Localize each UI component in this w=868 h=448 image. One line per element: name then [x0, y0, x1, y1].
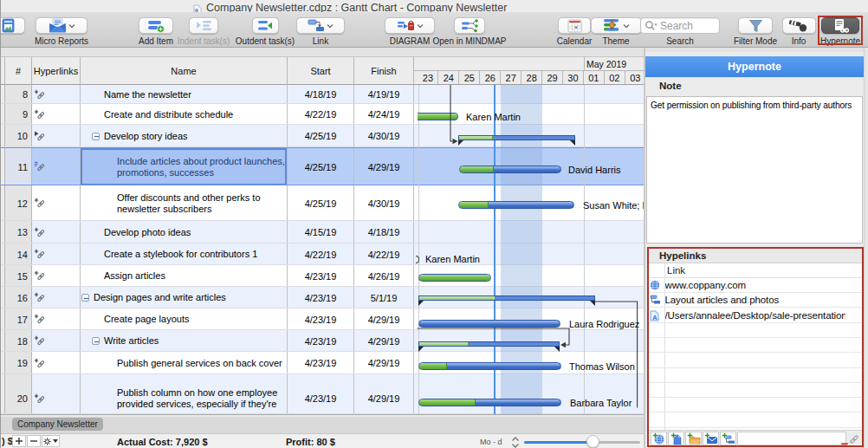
table-row-20[interactable]: 20Publish column on how one employeeprov… [1, 374, 644, 414]
finish-date-cell[interactable]: 4/29/19 [354, 374, 414, 414]
hyperlink-cell[interactable] [32, 330, 81, 352]
table-row-16[interactable]: 16Design pages and write articles4/23/19… [1, 287, 644, 308]
hyperlink-cell[interactable] [32, 352, 81, 374]
start-date-cell[interactable]: 4/18/19 [288, 85, 354, 104]
add-mail-link-button[interactable] [703, 432, 719, 445]
finish-date-cell[interactable]: 4/24/19 [354, 104, 414, 125]
add-folder-link-button[interactable] [685, 432, 702, 445]
table-row-15[interactable]: 15Assign articles4/23/194/26/19 [1, 265, 644, 287]
finish-date-cell[interactable]: 4/29/19 [354, 352, 414, 374]
table-row-17[interactable]: 17Create page layouts4/23/194/29/19 [1, 308, 644, 330]
start-date-cell[interactable]: 4/22/19 [288, 104, 354, 125]
finish-date-cell[interactable]: 4/29/19 [354, 308, 414, 330]
finish-date-cell[interactable]: 4/29/19 [354, 330, 414, 352]
hyperlink-cell[interactable] [32, 104, 81, 125]
sheet-tab-company-newsletter[interactable]: Company Newsletter [12, 418, 103, 431]
column-header-finish[interactable]: Finish [354, 56, 414, 85]
finish-date-cell[interactable]: 4/22/19 [354, 243, 414, 265]
zoom-slider-handle[interactable] [586, 435, 599, 448]
task-name-cell[interactable]: Develop story ideas [81, 125, 288, 147]
finish-date-cell[interactable]: 4/30/19 [354, 185, 414, 221]
add-file-link-button[interactable] [668, 432, 684, 445]
start-date-cell[interactable]: 4/15/19 [288, 221, 354, 243]
table-row-19[interactable]: 19Publish general services on back cover… [1, 352, 644, 374]
chain-link-icon[interactable] [849, 432, 859, 448]
column-header-hyperlinks[interactable]: Hyperlinks [32, 56, 81, 85]
theme-button[interactable] [591, 17, 642, 34]
right-scrollbar-track[interactable] [864, 48, 868, 448]
table-row-10[interactable]: 10Develop story ideas4/25/194/30/19 [1, 125, 644, 147]
column-header-name[interactable]: Name [81, 56, 288, 85]
remove-link-icon[interactable] [841, 433, 848, 448]
task-name-cell[interactable]: Design pages and write articles [81, 287, 288, 308]
open-mindmap-button[interactable] [454, 17, 485, 34]
finish-date-cell[interactable]: 4/30/19 [354, 125, 414, 147]
task-name-cell[interactable]: Include articles about product launches,… [81, 148, 288, 185]
note-text-area[interactable]: Get permission on publishing from third-… [646, 96, 863, 243]
hyperlink-row-empty[interactable] [649, 398, 862, 412]
finish-date-cell[interactable]: 4/26/19 [354, 265, 414, 287]
hyperlink-row-empty[interactable] [649, 383, 862, 398]
task-name-cell[interactable]: Create and distribute schedule [81, 104, 288, 125]
task-name-cell[interactable]: Name the newsletter [81, 85, 288, 104]
task-name-cell[interactable]: Assign articles [81, 265, 288, 287]
hyperlink-cell[interactable] [32, 185, 81, 221]
hyperlink-row[interactable]: Layout articles and photos [649, 293, 862, 308]
collapse-toggle-icon[interactable] [92, 337, 100, 345]
start-date-cell[interactable]: 4/23/19 [288, 308, 354, 330]
task-name-cell[interactable]: Develop photo ideas [81, 221, 288, 243]
hyperlink-row-empty[interactable] [649, 368, 862, 383]
table-row-18[interactable]: 18Write articles4/23/194/29/19 [1, 330, 644, 352]
hyperlink-cell[interactable] [32, 265, 81, 287]
hyperlink-row-empty[interactable] [649, 413, 862, 428]
hyperlink-cell[interactable] [32, 125, 81, 147]
settings-gear-button[interactable] [42, 435, 60, 447]
finish-date-cell[interactable]: 4/19/19 [354, 85, 414, 104]
hyperlink-row[interactable]: www.coppany.com [649, 278, 862, 293]
remove-task-button[interactable] [27, 435, 41, 447]
hyperlink-cell[interactable] [32, 243, 81, 265]
hyperlink-cell[interactable] [32, 308, 81, 330]
hyperlink-cell[interactable] [32, 221, 81, 243]
hyperlink-row-empty[interactable] [649, 323, 862, 338]
task-name-cell[interactable]: Create a stylebook for contributors 1 [81, 243, 288, 265]
hyperlink-cell[interactable] [32, 287, 81, 308]
hyperlink-row-empty[interactable] [649, 354, 862, 368]
start-date-cell[interactable]: 4/23/19 [288, 265, 354, 287]
column-header-num[interactable]: # [5, 56, 32, 85]
zoom-stepper[interactable] [511, 436, 520, 448]
start-date-cell[interactable]: 4/23/19 [288, 330, 354, 352]
start-date-cell[interactable]: 4/25/19 [288, 125, 354, 147]
start-date-cell[interactable]: 4/25/19 [288, 185, 354, 221]
task-name-cell[interactable]: Publish column on how one employeeprovid… [81, 374, 288, 414]
table-row-11[interactable]: 11Include articles about product launche… [1, 147, 644, 185]
table-row-9[interactable]: 9Create and distribute schedule4/22/194/… [1, 104, 644, 125]
table-row-12[interactable]: 12Offer discounts and other perks tonews… [1, 185, 644, 221]
hyperlink-row-empty[interactable] [649, 338, 862, 353]
add-task-button[interactable] [12, 435, 26, 447]
start-date-cell[interactable]: 4/22/19 [288, 243, 354, 265]
table-row-8[interactable]: 8Name the newsletter4/18/194/19/19 [1, 85, 644, 104]
start-date-cell[interactable]: 4/23/19 [288, 374, 354, 414]
start-date-cell[interactable]: 4/23/19 [288, 287, 354, 308]
add-web-link-button[interactable] [651, 432, 667, 445]
hyperlink-cell[interactable] [32, 374, 81, 414]
start-date-cell[interactable]: 4/23/19 [288, 352, 354, 374]
search-input[interactable]: Search [640, 17, 720, 34]
task-name-cell[interactable]: Write articles [81, 330, 288, 352]
table-row-13[interactable]: 13Develop photo ideas4/15/194/18/19 [1, 221, 644, 243]
finish-date-cell[interactable]: 4/29/19 [354, 148, 414, 185]
task-name-cell[interactable]: Offer discounts and other perks tonewsle… [81, 185, 288, 221]
collapse-toggle-icon[interactable] [92, 133, 100, 140]
finish-date-cell[interactable]: 5/1/19 [354, 287, 414, 308]
column-header-start[interactable]: Start [288, 56, 354, 85]
finish-date-cell[interactable]: 4/18/19 [354, 221, 414, 243]
title-bar[interactable]: Company Newsletter.cdpz : Gantt Chart - … [1, 0, 868, 12]
table-row-14[interactable]: 14Create a stylebook for contributors 14… [1, 243, 644, 265]
task-name-cell[interactable]: Create page layouts [81, 308, 288, 330]
add-diagram-link-button[interactable] [720, 432, 736, 445]
timescale-header[interactable]: May 20192324252627282930010203 [414, 56, 644, 85]
hyperlink-cell[interactable] [32, 148, 81, 185]
link-column-header[interactable]: Link [649, 263, 862, 278]
hyperlink-cell[interactable] [32, 85, 81, 104]
